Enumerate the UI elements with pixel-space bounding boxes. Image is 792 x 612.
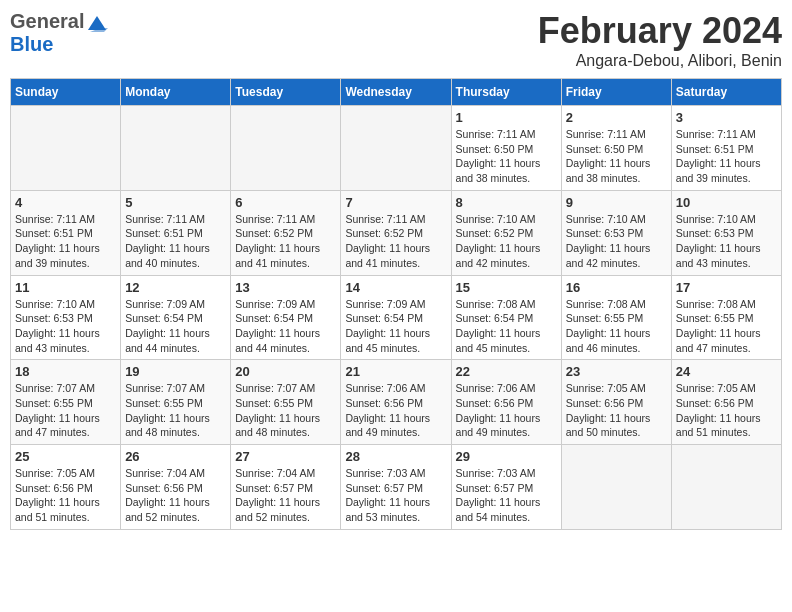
day-info-line: Sunset: 6:55 PM [676,311,777,326]
calendar-cell: 22Sunrise: 7:06 AMSunset: 6:56 PMDayligh… [451,360,561,445]
calendar-header-row: SundayMondayTuesdayWednesdayThursdayFrid… [11,79,782,106]
day-number: 22 [456,364,557,379]
day-info-line: Sunrise: 7:05 AM [676,381,777,396]
day-number: 27 [235,449,336,464]
calendar-cell: 2Sunrise: 7:11 AMSunset: 6:50 PMDaylight… [561,106,671,191]
day-info-line: Sunset: 6:54 PM [125,311,226,326]
calendar-week-3: 18Sunrise: 7:07 AMSunset: 6:55 PMDayligh… [11,360,782,445]
day-number: 12 [125,280,226,295]
calendar-cell: 18Sunrise: 7:07 AMSunset: 6:55 PMDayligh… [11,360,121,445]
day-info-line: Daylight: 11 hours [676,411,777,426]
day-info-line: Daylight: 11 hours [456,495,557,510]
day-info-line: and 41 minutes. [345,256,446,271]
day-info-line: Sunrise: 7:05 AM [566,381,667,396]
location-title: Angara-Debou, Alibori, Benin [538,52,782,70]
day-info-line: Sunrise: 7:07 AM [235,381,336,396]
day-info-line: Sunset: 6:57 PM [235,481,336,496]
day-number: 11 [15,280,116,295]
day-info-line: and 43 minutes. [15,341,116,356]
day-info-line: Sunset: 6:55 PM [566,311,667,326]
day-number: 25 [15,449,116,464]
day-info-line: Sunrise: 7:11 AM [235,212,336,227]
day-info-line: and 48 minutes. [125,425,226,440]
calendar-cell: 20Sunrise: 7:07 AMSunset: 6:55 PMDayligh… [231,360,341,445]
day-number: 3 [676,110,777,125]
day-info-line: Sunset: 6:56 PM [345,396,446,411]
calendar-cell: 16Sunrise: 7:08 AMSunset: 6:55 PMDayligh… [561,275,671,360]
logo-icon [86,14,108,32]
calendar-cell: 6Sunrise: 7:11 AMSunset: 6:52 PMDaylight… [231,190,341,275]
day-info-line: Sunset: 6:51 PM [15,226,116,241]
calendar-cell [231,106,341,191]
day-info-line: Daylight: 11 hours [345,326,446,341]
day-info-line: Sunrise: 7:07 AM [15,381,116,396]
day-info-line: and 44 minutes. [125,341,226,356]
day-header-sunday: Sunday [11,79,121,106]
calendar-cell [11,106,121,191]
day-info-line: and 52 minutes. [235,510,336,525]
day-number: 23 [566,364,667,379]
day-info-line: Daylight: 11 hours [566,326,667,341]
day-info-line: and 45 minutes. [345,341,446,356]
day-number: 21 [345,364,446,379]
day-header-wednesday: Wednesday [341,79,451,106]
day-info-line: Sunrise: 7:05 AM [15,466,116,481]
day-info-line: Sunrise: 7:08 AM [676,297,777,312]
calendar-table: SundayMondayTuesdayWednesdayThursdayFrid… [10,78,782,530]
day-info-line: and 49 minutes. [456,425,557,440]
day-info-line: Sunrise: 7:10 AM [15,297,116,312]
day-info-line: Sunrise: 7:08 AM [456,297,557,312]
calendar-cell [561,445,671,530]
day-info-line: and 43 minutes. [676,256,777,271]
day-number: 15 [456,280,557,295]
day-info-line: Sunset: 6:56 PM [15,481,116,496]
day-info-line: Sunrise: 7:06 AM [345,381,446,396]
day-info-line: Daylight: 11 hours [345,495,446,510]
day-number: 4 [15,195,116,210]
calendar-cell: 11Sunrise: 7:10 AMSunset: 6:53 PMDayligh… [11,275,121,360]
day-header-saturday: Saturday [671,79,781,106]
day-info-line: Daylight: 11 hours [15,326,116,341]
day-info-line: and 38 minutes. [566,171,667,186]
day-info-line: Sunset: 6:56 PM [676,396,777,411]
day-info-line: and 39 minutes. [676,171,777,186]
day-info-line: Daylight: 11 hours [456,241,557,256]
day-info-line: and 42 minutes. [456,256,557,271]
calendar-cell: 23Sunrise: 7:05 AMSunset: 6:56 PMDayligh… [561,360,671,445]
day-info-line: and 38 minutes. [456,171,557,186]
day-info-line: Sunrise: 7:09 AM [125,297,226,312]
day-number: 8 [456,195,557,210]
day-info-line: Sunset: 6:53 PM [15,311,116,326]
day-info-line: Sunset: 6:55 PM [125,396,226,411]
day-info-line: Daylight: 11 hours [676,241,777,256]
day-header-friday: Friday [561,79,671,106]
day-info-line: Sunrise: 7:09 AM [235,297,336,312]
calendar-cell: 29Sunrise: 7:03 AMSunset: 6:57 PMDayligh… [451,445,561,530]
day-header-tuesday: Tuesday [231,79,341,106]
day-info-line: and 54 minutes. [456,510,557,525]
day-info-line: Sunset: 6:56 PM [456,396,557,411]
day-info-line: Sunset: 6:57 PM [345,481,446,496]
day-info-line: and 44 minutes. [235,341,336,356]
calendar-week-0: 1Sunrise: 7:11 AMSunset: 6:50 PMDaylight… [11,106,782,191]
day-number: 18 [15,364,116,379]
day-number: 19 [125,364,226,379]
day-info-line: Daylight: 11 hours [235,326,336,341]
calendar-cell: 7Sunrise: 7:11 AMSunset: 6:52 PMDaylight… [341,190,451,275]
day-info-line: Daylight: 11 hours [15,495,116,510]
day-number: 17 [676,280,777,295]
day-info-line: and 50 minutes. [566,425,667,440]
day-info-line: Sunrise: 7:10 AM [676,212,777,227]
day-info-line: Sunrise: 7:03 AM [456,466,557,481]
title-area: February 2024 Angara-Debou, Alibori, Ben… [538,10,782,70]
day-info-line: Sunset: 6:54 PM [235,311,336,326]
calendar-cell: 3Sunrise: 7:11 AMSunset: 6:51 PMDaylight… [671,106,781,191]
day-info-line: Sunset: 6:55 PM [235,396,336,411]
calendar-cell: 12Sunrise: 7:09 AMSunset: 6:54 PMDayligh… [121,275,231,360]
day-info-line: Sunset: 6:51 PM [676,142,777,157]
day-info-line: Daylight: 11 hours [566,411,667,426]
calendar-cell: 24Sunrise: 7:05 AMSunset: 6:56 PMDayligh… [671,360,781,445]
day-header-thursday: Thursday [451,79,561,106]
calendar-cell: 1Sunrise: 7:11 AMSunset: 6:50 PMDaylight… [451,106,561,191]
day-number: 6 [235,195,336,210]
